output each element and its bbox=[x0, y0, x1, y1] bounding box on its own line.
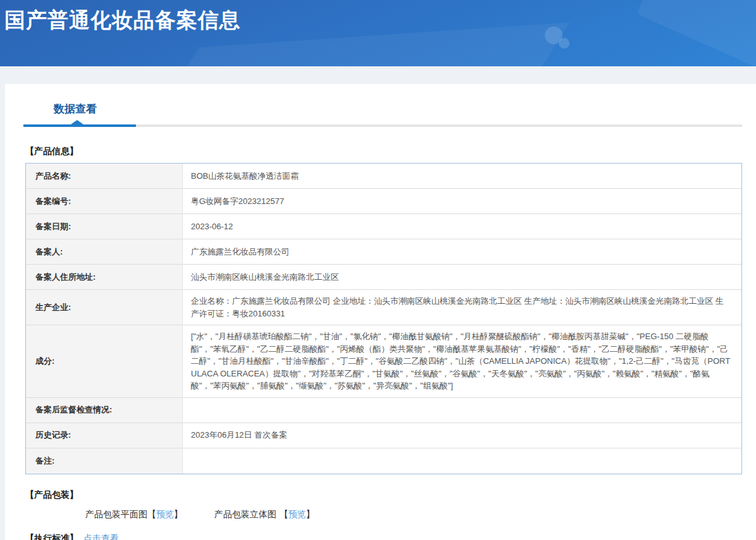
content-card: 数据查看 【产品信息】 产品名称: BOB山茶花氨基酸净透洁面霜 备案编号: 粤… bbox=[5, 84, 756, 540]
row-label: 备案后监督检查情况: bbox=[26, 398, 183, 423]
tab-active-arrow-icon bbox=[71, 120, 83, 124]
page-title: 国产普通化妆品备案信息 bbox=[4, 6, 241, 35]
row-label: 备案人: bbox=[26, 239, 183, 264]
bracket-close: 】 bbox=[306, 509, 315, 519]
row-label: 产品名称: bbox=[26, 164, 183, 188]
table-row-supervision: 备案后监督检查情况: bbox=[26, 398, 741, 423]
row-label: 备案人住所地址: bbox=[26, 265, 183, 289]
row-value: 广东施露兰化妆品有限公司 bbox=[183, 239, 741, 264]
table-row-manufacturer: 生产企业: 企业名称：广东施露兰化妆品有限公司 企业地址：汕头市潮南区峡山桃溪金… bbox=[26, 290, 741, 325]
packaging-flat-item: 产品包装平面图【预览】 bbox=[85, 509, 183, 519]
banner-decoration-circle bbox=[545, 27, 563, 44]
table-row-filer: 备案人: 广东施露兰化妆品有限公司 bbox=[26, 239, 741, 265]
row-value: 企业名称：广东施露兰化妆品有限公司 企业地址：汕头市潮南区峡山桃溪金光南路北工业… bbox=[183, 290, 741, 325]
tab-bar: 数据查看 bbox=[5, 84, 756, 127]
product-info-table: 产品名称: BOB山茶花氨基酸净透洁面霜 备案编号: 粤G妆网备字2023212… bbox=[25, 163, 742, 474]
row-label: 成分: bbox=[26, 325, 183, 397]
row-value: BOB山茶花氨基酸净透洁面霜 bbox=[183, 164, 741, 188]
bracket-open: 【 bbox=[279, 509, 288, 519]
banner-decoration-circle bbox=[559, 38, 570, 49]
packaging-links-line: 产品包装平面图【预览】产品包装立体图【预览】 bbox=[85, 509, 756, 520]
row-value: ["水"，"月桂醇磺基琥珀酸酯二钠"，"甘油"，"氯化钠"，"椰油酰甘氨酸钠"，… bbox=[183, 325, 741, 397]
row-label: 备案编号: bbox=[26, 189, 183, 213]
row-value bbox=[183, 398, 741, 423]
row-label: 备注: bbox=[26, 448, 183, 474]
table-row-ingredients: 成分: ["水"，"月桂醇磺基琥珀酸酯二钠"，"甘油"，"氯化钠"，"椰油酰甘氨… bbox=[26, 325, 741, 398]
table-row-filing-date: 备案日期: 2023-06-12 bbox=[26, 214, 741, 239]
row-value: 汕头市潮南区峡山桃溪金光南路北工业区 bbox=[183, 265, 741, 289]
section-title-standards: 【执行标准】 bbox=[25, 533, 78, 540]
bracket-open: 【 bbox=[147, 509, 156, 519]
bracket-close: 】 bbox=[174, 509, 183, 519]
packaging-flat-preview-link[interactable]: 预览 bbox=[156, 509, 174, 519]
tab-data-view[interactable]: 数据查看 bbox=[54, 102, 97, 116]
banner-decoration-polygon bbox=[637, 0, 756, 66]
packaging-3d-label: 产品包装立体图 bbox=[214, 509, 276, 519]
table-row-remarks: 备注: bbox=[26, 448, 741, 474]
packaging-3d-preview-link[interactable]: 预览 bbox=[288, 509, 306, 519]
page-header-banner: 国产普通化妆品备案信息 bbox=[0, 0, 756, 66]
packaging-flat-label: 产品包装平面图 bbox=[85, 509, 147, 519]
standards-line: 【执行标准】 点击查看 bbox=[25, 533, 756, 540]
row-label: 历史记录: bbox=[26, 423, 183, 448]
packaging-3d-item: 产品包装立体图【预览】 bbox=[214, 509, 315, 519]
row-value: 2023-06-12 bbox=[183, 214, 741, 239]
row-label: 生产企业: bbox=[26, 290, 183, 325]
row-value bbox=[183, 448, 741, 474]
table-row-product-name: 产品名称: BOB山茶花氨基酸净透洁面霜 bbox=[26, 164, 741, 189]
table-row-filer-address: 备案人住所地址: 汕头市潮南区峡山桃溪金光南路北工业区 bbox=[26, 265, 741, 290]
section-title-packaging: 【产品包装】 bbox=[25, 489, 756, 501]
table-row-filing-number: 备案编号: 粤G妆网备字2023212577 bbox=[26, 189, 741, 214]
standards-view-link[interactable]: 点击查看 bbox=[83, 533, 119, 540]
section-title-product-info: 【产品信息】 bbox=[25, 146, 756, 157]
tab-underline bbox=[23, 124, 742, 127]
row-value: 粤G妆网备字2023212577 bbox=[183, 189, 741, 213]
table-row-history: 历史记录: 2023年06月12日 首次备案 bbox=[26, 423, 741, 448]
tab-active-indicator bbox=[23, 124, 136, 127]
row-value: 2023年06月12日 首次备案 bbox=[183, 423, 741, 448]
row-label: 备案日期: bbox=[26, 214, 183, 239]
